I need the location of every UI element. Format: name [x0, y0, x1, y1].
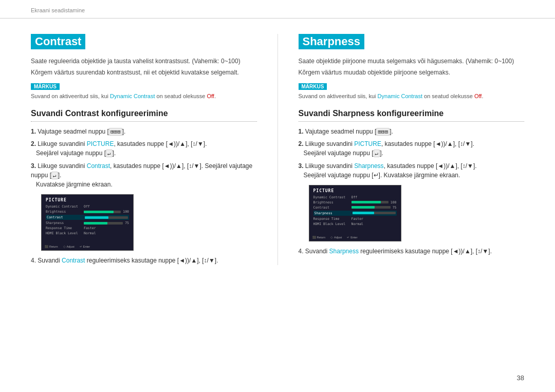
sharpness-note-box: MÄRKUS Suvand on aktiveeritud siis, kui …	[299, 82, 525, 101]
contrast-step1: 1. Vajutage seadmel nuppu [⊞⊞⊞].	[31, 127, 257, 137]
sharpness-screen-bottom: ⬛ Return ◇ Adjust ↵ Enter	[312, 236, 398, 239]
contrast-note-pre: Suvand on aktiveeritud siis, kui	[31, 93, 110, 99]
contrast-menu-row-3: Contrast	[46, 215, 129, 220]
contrast-note-off: Off	[207, 93, 214, 99]
sharpness-note-dynamic: Dynamic Contrast	[378, 93, 422, 99]
content-area: Contrast Saate reguleerida objektide ja …	[0, 18, 555, 275]
contrast-column: Contrast Saate reguleerida objektide ja …	[31, 34, 257, 265]
sharpness-desc2: Kõrgem väärtus muudab objektide piirjoon…	[299, 68, 525, 77]
contrast-note-text: Suvand on aktiveeritud siis, kui Dynamic…	[31, 92, 257, 101]
sharpness-screen-inner: PICTURE Dynamic Contrast Off Brightness …	[309, 185, 401, 230]
sharpness-step1: 1. Vajutage seadmel nuppu [⊞⊞⊞].	[299, 127, 525, 137]
sharpness-title: Sharpness	[299, 34, 365, 49]
column-divider	[278, 34, 278, 265]
contrast-steps: 1. Vajutage seadmel nuppu [⊞⊞⊞]. 2. Liik…	[31, 127, 257, 190]
sharpness-step4-highlight: Sharpness	[329, 248, 359, 255]
sharpness-menu-row-4: Sharpness	[313, 211, 397, 216]
sharpness-menu-row-2: Brightness 100	[313, 200, 397, 204]
sharpness-note-pre: Suvand on aktiveeritud siis, kui	[299, 93, 378, 99]
contrast-step4-highlight: Contrast	[62, 257, 85, 264]
page-number: 38	[517, 374, 524, 382]
contrast-screen-bottom: ⬛ Return ◇ Adjust ↵ Enter	[45, 245, 130, 248]
sharpness-note-end: .	[482, 93, 483, 99]
sharpness-screen: PICTURE Dynamic Contrast Off Brightness …	[309, 185, 401, 241]
sharpness-note-off: Off	[474, 93, 482, 99]
contrast-screen-title: PICTURE	[46, 198, 129, 202]
sharpness-note-label: MÄRKUS	[299, 83, 327, 90]
contrast-title: Contrast	[31, 34, 85, 49]
contrast-note-box: MÄRKUS Suvand on aktiveeritud siis, kui …	[31, 82, 257, 101]
sharpness-screen-title: PICTURE	[313, 189, 397, 193]
contrast-desc1: Saate reguleerida objektide ja tausta va…	[31, 57, 257, 66]
contrast-menu-row-4: Sharpness 75	[46, 221, 129, 225]
contrast-subsection-title: Suvandi Contrast konfigureerimine	[31, 109, 257, 122]
contrast-menu-row-1: Dynamic Contrast Off	[46, 204, 129, 209]
sharpness-step4-post: reguleerimiseks kasutage nuppe [◄))/▲], …	[359, 248, 492, 255]
contrast-screen: PICTURE Dynamic Contrast Off Brightness …	[41, 194, 134, 251]
contrast-step4-post: reguleerimiseks kasutage nuppe [◄))/▲], …	[85, 257, 218, 264]
sharpness-desc1: Saate objektide piirjoone muuta selgemak…	[299, 57, 525, 66]
contrast-step2: 2. Liikuge suvandini PICTURE, kasutades …	[31, 139, 257, 158]
sharpness-step3: 3. Liikuge suvandini Sharpness, kasutade…	[299, 161, 525, 180]
breadcrumb: Ekraani seadistamine	[31, 7, 85, 13]
contrast-menu-row-5: Response Time Faster	[46, 226, 129, 230]
contrast-step4: 4. Suvandi Contrast reguleerimiseks kasu…	[31, 256, 257, 265]
contrast-note-label: MÄRKUS	[31, 83, 60, 90]
sharpness-step4: 4. Suvandi Sharpness reguleerimiseks kas…	[299, 247, 525, 256]
sharpness-step2: 2. Liikuge suvandini PICTURE, kasutades …	[299, 139, 525, 158]
sharpness-menu-row-1: Dynamic Contrast Off	[313, 195, 397, 199]
contrast-menu-row-6: HDMI Black Level Normal	[46, 231, 129, 235]
sharpness-menu-row-3: Contrast 75	[313, 206, 397, 210]
page-container: Ekraani seadistamine Contrast Saate regu…	[0, 0, 555, 392]
contrast-step4-pre: 4. Suvandi	[31, 257, 62, 264]
sharpness-column: Sharpness Saate objektide piirjoone muut…	[299, 34, 525, 265]
sharpness-steps: 1. Vajutage seadmel nuppu [⊞⊞⊞]. 2. Liik…	[299, 127, 525, 180]
contrast-note-dynamic: Dynamic Contrast	[110, 93, 155, 99]
top-bar: Ekraani seadistamine	[0, 0, 555, 18]
contrast-menu-row-2: Brightness 100	[46, 210, 129, 214]
sharpness-step4-pre: 4. Suvandi	[299, 248, 329, 255]
sharpness-menu-row-5: Response Time Faster	[313, 217, 397, 221]
sharpness-note-mid: on seatud olekusse	[422, 93, 474, 99]
sharpness-subsection-title: Suvandi Sharpness konfigureerimine	[299, 109, 525, 122]
sharpness-note-text: Suvand on aktiveeritud siis, kui Dynamic…	[299, 92, 525, 101]
contrast-note-end: .	[214, 93, 216, 99]
contrast-note-mid: on seatud olekusse	[155, 93, 207, 99]
contrast-step3: 3. Liikuge suvandini Contrast, kasutades…	[31, 161, 257, 190]
sharpness-menu-row-6: HDMI Black Level Normal	[313, 222, 397, 226]
contrast-desc2: Kõrgem väärtus suurendab kontrastsust, n…	[31, 68, 257, 77]
contrast-screen-inner: PICTURE Dynamic Contrast Off Brightness …	[42, 195, 133, 239]
